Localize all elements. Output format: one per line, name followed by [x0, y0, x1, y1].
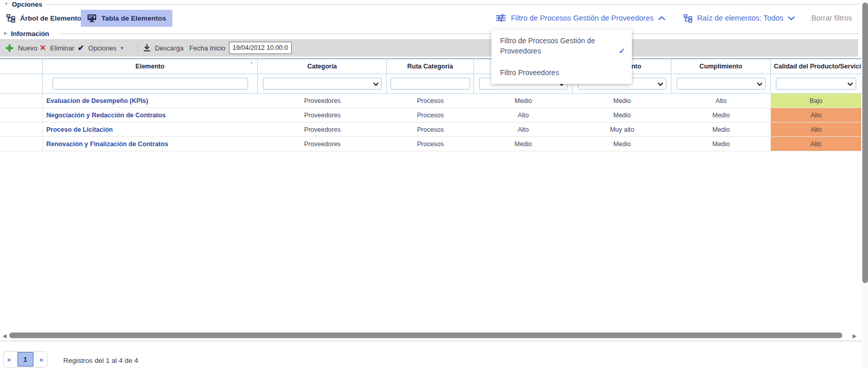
column-header-label: Ruta Categoría	[408, 63, 453, 70]
vertical-scrollbar-thumb[interactable]	[862, 3, 868, 283]
table-filter-row	[0, 74, 861, 94]
column-header-label: Calidad del Producto/Servicio	[774, 63, 861, 70]
menu-item-label: Filtro de Procesos Gestión de Proveedore…	[500, 37, 595, 55]
table-cell: Medio	[671, 137, 771, 151]
current-page-button[interactable]: 1	[17, 352, 33, 366]
chevron-up-icon	[658, 16, 665, 21]
start-date-input[interactable]	[229, 42, 292, 54]
table-cell: Procesos	[387, 94, 474, 108]
elements-table: Elemento▲CategoríaRuta CategoríaRendimie…	[0, 58, 861, 151]
table-cell: Medio	[474, 94, 573, 108]
options-menu-button[interactable]: ✔ Opciones ▾	[78, 39, 123, 57]
column-header-label: Categoría	[307, 63, 337, 70]
x-delete-icon: ✕	[40, 43, 46, 52]
element-name-cell: Negociación y Redacción de Contratos	[43, 108, 258, 122]
opciones-section-toggle[interactable]: ▼ Opciones	[4, 0, 42, 8]
filter-select-calidad-del-producto-servicio[interactable]	[776, 78, 856, 90]
app-root: ▼ Opciones Árbol de Elementos T	[0, 0, 868, 368]
element-name-cell: Evaluacion de Desempeño (KPIs)	[43, 94, 258, 108]
download-button-label: Descarga	[155, 44, 184, 52]
start-date-group: Fecha Inicio	[189, 39, 225, 57]
filter-cell-3	[387, 74, 474, 93]
column-header-calidad-del-producto-servicio[interactable]: Calidad del Producto/Servicio	[771, 59, 861, 74]
element-name-cell: Proceso de Licitación	[43, 122, 258, 136]
tree-icon	[6, 14, 15, 23]
process-filter-label: Filtro de Procesos Gestión de Proveedore…	[511, 14, 653, 22]
download-button[interactable]: Descarga	[143, 39, 184, 57]
tab-tabla-de-elementos[interactable]: Tabla de Elementos	[81, 10, 172, 27]
column-header-label: Cumplimiento	[699, 63, 742, 70]
bottom-divider	[0, 341, 868, 341]
opciones-divider	[45, 4, 859, 5]
filter-input-elemento[interactable]	[52, 78, 248, 90]
menu-item-label: Filtro Proveedores	[500, 68, 559, 77]
opciones-section-title: Opciones	[12, 1, 42, 8]
pagination: « 1 »	[3, 351, 47, 367]
table-cell: Procesos	[387, 122, 474, 136]
table-cell: Procesos	[387, 137, 474, 151]
sort-ascending-icon[interactable]: ▲	[250, 60, 254, 65]
menu-item-filtro-de-procesos-gesti-n-de-proveedores[interactable]: Filtro de Procesos Gestión de Proveedore…	[491, 32, 632, 56]
toolbar-separator	[137, 43, 138, 53]
tab-arbol-de-elementos[interactable]: Árbol de Elementos	[0, 10, 92, 27]
root-elements-dropdown-button[interactable]: Raíz de elementos: Todos	[683, 12, 795, 24]
informacion-divider	[60, 33, 859, 34]
filter-select-categor-a[interactable]	[263, 78, 382, 90]
new-button[interactable]: Nuevo	[5, 39, 38, 57]
filter-select-cumplimiento[interactable]	[677, 78, 766, 90]
root-elements-label: Raíz de elementos: Todos	[697, 14, 783, 22]
horizontal-scrollbar-thumb[interactable]	[9, 332, 842, 338]
element-link[interactable]: Evaluacion de Desempeño (KPIs)	[46, 97, 148, 104]
scroll-right-arrow-icon[interactable]: ▶	[853, 333, 857, 339]
caret-down-icon: ▾	[121, 45, 124, 51]
table-cell: Medio	[573, 108, 671, 122]
filter-cell-6	[671, 74, 771, 93]
chevron-down-icon	[788, 16, 795, 21]
element-link[interactable]: Proceso de Licitación	[46, 126, 113, 133]
tree-icon	[683, 14, 693, 23]
filter-cell-7	[771, 74, 861, 93]
table-cell: Alto	[474, 122, 573, 136]
table-row: Renovación y Finalización de ContratosPr…	[0, 137, 861, 151]
quality-cell: Bajo	[771, 94, 861, 108]
table-cell: Medio	[671, 108, 771, 122]
table-cell	[0, 108, 43, 122]
column-header-0[interactable]	[0, 59, 43, 74]
download-icon	[143, 44, 151, 52]
next-page-button[interactable]: »	[40, 356, 43, 363]
tab-label: Árbol de Elementos	[20, 14, 85, 22]
menu-item-filtro-proveedores[interactable]: Filtro Proveedores	[491, 56, 632, 78]
column-header-label: Elemento	[135, 63, 164, 70]
table-cell: Alto	[671, 94, 771, 108]
previous-page-button[interactable]: «	[7, 356, 11, 363]
delete-button[interactable]: ✕ Eliminar	[40, 39, 75, 57]
filter-input-ruta-categor-a[interactable]	[391, 78, 470, 90]
records-summary: Registros del 1 al 4 de 4	[63, 357, 138, 364]
table-row: Proceso de LicitaciónProveedoresProcesos…	[0, 122, 861, 137]
scroll-left-arrow-icon[interactable]: ◀	[3, 333, 7, 339]
process-filter-dropdown-button[interactable]: Filtro de Procesos Gestión de Proveedore…	[495, 12, 665, 24]
table-cell: Procesos	[387, 108, 474, 122]
clear-filters-button[interactable]: Borrar filtros	[811, 12, 852, 24]
column-header-cumplimiento[interactable]: Cumplimiento	[671, 59, 771, 74]
filter-cell-1	[43, 74, 258, 93]
table-cell	[0, 122, 43, 136]
informacion-section-title: Información	[11, 30, 49, 38]
quality-cell: Alto	[771, 137, 861, 151]
table-row: Evaluacion de Desempeño (KPIs)Proveedore…	[0, 94, 861, 108]
selected-check-icon: ✓	[618, 46, 625, 56]
element-link[interactable]: Negociación y Redacción de Contratos	[46, 112, 166, 119]
element-link[interactable]: Renovación y Finalización de Contratos	[46, 141, 168, 148]
table-cell: Alto	[474, 108, 573, 122]
table-cell: Medio	[671, 122, 771, 136]
column-header-categor-a[interactable]: Categoría	[258, 59, 387, 74]
table-cell: Medio	[573, 137, 671, 151]
table-cell: Proveedores	[258, 94, 387, 108]
column-header-elemento[interactable]: Elemento▲	[43, 59, 258, 74]
table-cell: Proveedores	[258, 122, 387, 136]
column-header-ruta-categor-a[interactable]: Ruta Categoría	[387, 59, 474, 74]
informacion-section-toggle[interactable]: ▶ Información	[4, 29, 49, 38]
clear-filters-label: Borrar filtros	[811, 14, 852, 22]
table-cell: Medio	[573, 94, 671, 108]
table-cell	[0, 94, 43, 108]
